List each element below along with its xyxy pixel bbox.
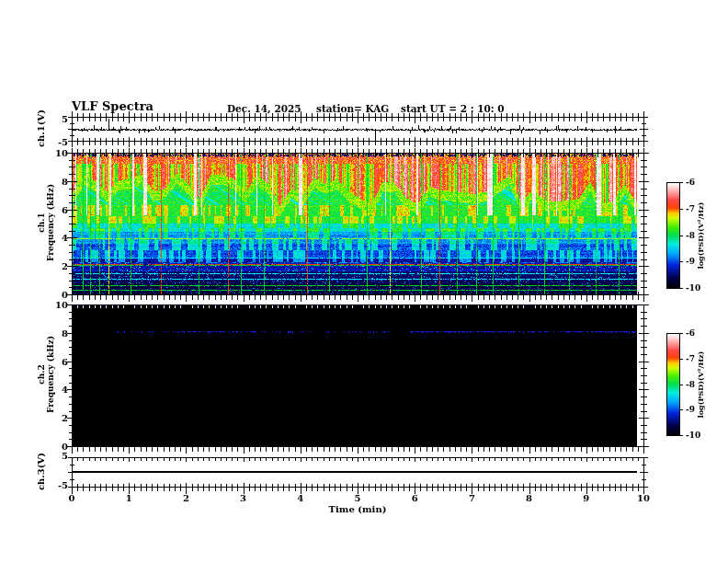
colorbar-tick-label: -10: [686, 283, 700, 293]
time-tick-label: 8: [526, 493, 532, 503]
ch2-freq-tick-label: 2: [62, 413, 68, 423]
ch3-volt-tick-label: 5: [62, 451, 68, 461]
colorbar-tick-label: -9: [686, 257, 695, 266]
ch2-label-line1: ch.2: [37, 319, 46, 430]
ch1-freq-tick-label: 0: [62, 290, 68, 300]
colorbar-tick-label: -7: [686, 204, 695, 213]
ch1-volt-tick-label: 5: [62, 114, 68, 124]
colorbar-tick-label: -9: [686, 405, 695, 414]
ch2-label-line2: Frequency (kHz): [46, 319, 55, 430]
ch1-freq-tick-label: 6: [62, 204, 68, 214]
ch3-voltage-axis-label: ch.3(V): [36, 444, 46, 500]
ch2-freq-tick-label: 4: [62, 385, 68, 395]
ch1-frequency-axis-label: ch.1 Frequency (kHz): [37, 167, 55, 278]
time-tick-label: 4: [297, 493, 303, 503]
figure-title: VLF Spectra: [72, 99, 154, 113]
date-label: Dec. 14, 2025: [227, 103, 301, 114]
time-tick-label: 2: [183, 493, 189, 503]
colorbar-tick-label: -6: [686, 328, 695, 338]
colorbar-tick-label: -8: [686, 231, 695, 240]
ch2-freq-tick-label: 8: [62, 327, 68, 338]
station-label: station= KAG: [316, 103, 389, 114]
colorbar-tick-label: -10: [686, 431, 700, 440]
colorbar-tick-label: -7: [686, 354, 695, 363]
ch1-freq-tick-label: 4: [62, 233, 68, 243]
plot-canvas: [0, 0, 728, 563]
ch1-freq-tick-label: 10: [55, 148, 68, 158]
time-axis-label: Time (min): [329, 504, 387, 514]
time-tick-label: 7: [469, 493, 475, 503]
ch2-frequency-axis-label: ch.2 Frequency (kHz): [37, 319, 55, 430]
ch3-volt-tick-label: -5: [58, 480, 68, 490]
ch2-freq-tick-label: 10: [55, 300, 68, 310]
ch1-volt-tick-label: -5: [58, 137, 68, 147]
start-ut-label: start UT = 2 : 10: 0: [401, 103, 505, 114]
ch1-label-line2: Frequency (kHz): [46, 167, 55, 278]
ch2-freq-tick-label: 6: [62, 356, 68, 366]
vlf-spectra-figure: VLF Spectra Dec. 14, 2025 station= KAG s…: [0, 0, 728, 563]
ch1-label-line1: ch.1: [37, 167, 46, 278]
time-tick-label: 9: [583, 493, 589, 503]
ch1-freq-tick-label: 8: [62, 176, 68, 186]
colorbar1-label: log(PSD)(V²/Hz): [696, 180, 705, 291]
time-tick-label: 0: [69, 493, 75, 503]
colorbar-tick-label: -8: [686, 380, 695, 389]
time-tick-label: 10: [637, 493, 650, 503]
time-tick-label: 3: [240, 493, 246, 503]
colorbar2-label: log(PSD)(V²/Hz): [696, 329, 705, 440]
time-tick-label: 5: [355, 493, 361, 503]
colorbar-tick-label: -6: [686, 178, 695, 187]
time-tick-label: 1: [126, 493, 132, 503]
time-tick-label: 6: [412, 493, 418, 503]
ch1-voltage-axis-label: ch.1(V): [36, 101, 46, 156]
ch1-freq-tick-label: 2: [62, 261, 68, 271]
